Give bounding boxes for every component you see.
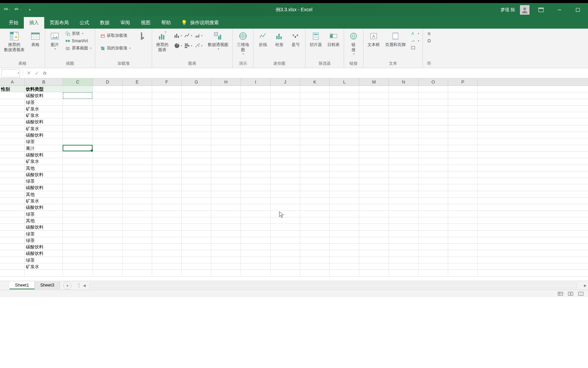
cell[interactable] <box>182 217 211 224</box>
cell[interactable] <box>330 92 359 98</box>
cell[interactable] <box>0 244 25 250</box>
cell[interactable] <box>122 145 152 151</box>
symbol-button[interactable]: Ω <box>425 37 433 44</box>
tab-page-layout[interactable]: 页面布局 <box>44 17 74 29</box>
cell[interactable] <box>93 237 122 243</box>
smartart-button[interactable]: SmartArt <box>64 37 93 44</box>
cell[interactable] <box>448 244 478 250</box>
cell[interactable] <box>182 178 211 184</box>
cell[interactable] <box>419 106 448 112</box>
cell[interactable] <box>300 138 330 144</box>
cell[interactable] <box>152 99 182 105</box>
tab-view[interactable]: 视图 <box>135 17 156 29</box>
cell[interactable] <box>122 119 152 125</box>
col-header-B[interactable]: B <box>25 78 63 86</box>
col-header-G[interactable]: G <box>182 78 211 86</box>
cell[interactable] <box>389 138 419 144</box>
undo-button[interactable]: ▾ <box>14 5 22 14</box>
maximize-button[interactable] <box>571 5 585 15</box>
cell[interactable]: 绿茶 <box>25 211 63 217</box>
col-header-P[interactable]: P <box>448 78 478 86</box>
cell[interactable] <box>211 171 241 178</box>
cell[interactable]: 饮料类型 <box>25 86 63 92</box>
cell[interactable] <box>182 224 211 230</box>
cell[interactable] <box>271 263 300 270</box>
cell[interactable] <box>241 99 271 105</box>
cell[interactable] <box>271 138 300 144</box>
cell[interactable] <box>241 178 271 184</box>
cell[interactable] <box>93 184 122 190</box>
cell[interactable] <box>182 119 211 125</box>
cell[interactable] <box>152 86 182 92</box>
cell[interactable] <box>271 211 300 217</box>
horizontal-scrollbar[interactable]: ◂ ▸ <box>78 282 588 289</box>
cell[interactable] <box>271 191 300 197</box>
cell[interactable] <box>389 132 419 138</box>
cell[interactable] <box>271 184 300 190</box>
cell[interactable] <box>152 231 182 237</box>
cell[interactable] <box>419 198 448 204</box>
cell[interactable] <box>211 165 241 171</box>
cell[interactable] <box>448 138 478 144</box>
cell[interactable] <box>241 217 271 224</box>
cell[interactable] <box>0 112 25 118</box>
cell[interactable] <box>448 211 478 217</box>
cell[interactable] <box>211 178 241 184</box>
cell[interactable] <box>419 270 448 276</box>
cell[interactable] <box>63 231 93 237</box>
cell[interactable] <box>122 152 152 158</box>
cell[interactable] <box>182 138 211 144</box>
cell[interactable] <box>389 158 419 164</box>
cell[interactable] <box>330 112 359 118</box>
cell[interactable] <box>300 152 330 158</box>
cell[interactable] <box>419 119 448 125</box>
tell-me[interactable]: 💡 操作说明搜索 <box>176 17 224 29</box>
cell[interactable] <box>419 152 448 158</box>
cell[interactable] <box>300 119 330 125</box>
cell[interactable] <box>0 125 25 132</box>
enter-button[interactable]: ✓ <box>33 69 41 77</box>
cell[interactable] <box>182 165 211 171</box>
cell[interactable] <box>419 184 448 190</box>
cell[interactable] <box>271 106 300 112</box>
cell[interactable] <box>122 250 152 256</box>
cell[interactable] <box>0 171 25 178</box>
cell[interactable]: 矿泉水 <box>25 198 63 204</box>
cell[interactable] <box>359 231 389 237</box>
cell[interactable] <box>93 171 122 178</box>
cell[interactable] <box>93 132 122 138</box>
cell[interactable] <box>241 270 271 276</box>
cell[interactable] <box>63 145 93 151</box>
cell[interactable] <box>271 231 300 237</box>
cell[interactable] <box>300 145 330 151</box>
cell[interactable] <box>419 263 448 270</box>
cell[interactable] <box>330 211 359 217</box>
cell[interactable] <box>0 257 25 263</box>
cell[interactable]: 绿茶 <box>25 99 63 105</box>
cell[interactable] <box>63 132 93 138</box>
sparkline-line-button[interactable]: 折线 <box>256 30 271 48</box>
cell[interactable] <box>330 231 359 237</box>
cell[interactable] <box>330 217 359 224</box>
cell[interactable] <box>448 158 478 164</box>
cell[interactable] <box>63 138 93 144</box>
cell[interactable] <box>359 211 389 217</box>
cell[interactable] <box>241 244 271 250</box>
cell[interactable] <box>122 158 152 164</box>
cell[interactable] <box>152 224 182 230</box>
cell[interactable] <box>359 217 389 224</box>
cell[interactable] <box>122 231 152 237</box>
cell[interactable] <box>330 145 359 151</box>
cell[interactable] <box>63 204 93 210</box>
cell[interactable] <box>93 145 122 151</box>
cell[interactable] <box>300 263 330 270</box>
cell[interactable] <box>300 158 330 164</box>
cell[interactable] <box>359 237 389 243</box>
cell[interactable] <box>182 211 211 217</box>
bing-button[interactable] <box>135 30 150 43</box>
cell[interactable] <box>93 198 122 204</box>
cell[interactable] <box>122 132 152 138</box>
cell[interactable] <box>448 171 478 178</box>
col-header-M[interactable]: M <box>359 78 389 86</box>
fx-button[interactable]: fx <box>41 69 49 77</box>
